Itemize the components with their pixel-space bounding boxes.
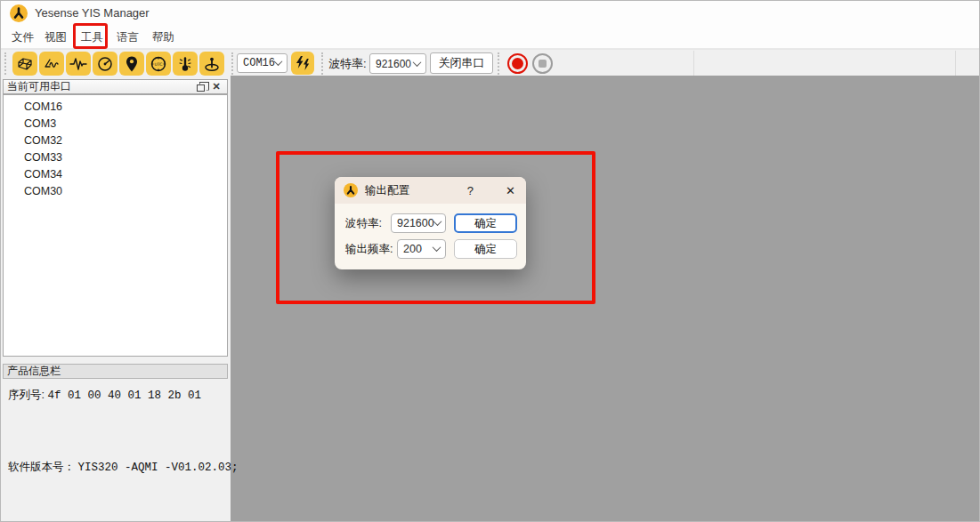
- window-title: Yesense YIS Manager: [35, 1, 150, 26]
- menu-file[interactable]: 文件: [10, 26, 36, 49]
- list-item-com3[interactable]: COM3: [4, 116, 227, 133]
- ports-panel-header: 当前可用串口 ✕: [3, 79, 228, 94]
- app-window: Yesense YIS Manager 文件 视图 工具 语言 帮助: [0, 0, 980, 522]
- lightning-refresh-icon: [295, 55, 311, 71]
- software-version-value: YIS320 -AQMI -V01.02.03;: [77, 462, 238, 474]
- output-rate-confirm-button[interactable]: 确定: [454, 239, 517, 259]
- dialog-baud-select[interactable]: 921600: [391, 213, 446, 233]
- dialog-output-rate-label: 输出频率:: [345, 239, 393, 259]
- stop-button[interactable]: [532, 53, 553, 74]
- list-item-com32[interactable]: COM32: [4, 133, 227, 149]
- toolbar-drag-handle[interactable]: [4, 52, 6, 75]
- software-version-line: 软件版本号： YIS320 -AQMI -V01.02.03;: [8, 460, 239, 475]
- attitude-curve-icon: [43, 55, 61, 73]
- gauge-icon: [96, 55, 114, 73]
- menu-language[interactable]: 语言: [115, 26, 141, 49]
- app-logo-icon: [10, 4, 28, 22]
- chevron-down-icon: [275, 60, 282, 67]
- port-select[interactable]: COM16: [237, 53, 288, 73]
- menu-view[interactable]: 视图: [43, 26, 69, 49]
- tilt-sensor-button[interactable]: [199, 52, 224, 76]
- toolbar-separator: [693, 51, 694, 76]
- ports-panel-title: 当前可用串口: [7, 79, 71, 94]
- toolbar-drag-handle[interactable]: [321, 52, 323, 75]
- float-panel-button[interactable]: [195, 81, 209, 93]
- app-logo-icon: [344, 183, 358, 197]
- dialog-help-button[interactable]: ?: [464, 184, 477, 197]
- baud-rate-row: 波特率: 921600 确定: [335, 213, 526, 233]
- gps-pin-icon: [123, 55, 141, 73]
- list-item-com34[interactable]: COM34: [4, 166, 227, 183]
- tilt-sensor-icon: [203, 55, 221, 73]
- serial-number-value: 4f 01 00 40 01 18 2b 01: [47, 389, 201, 402]
- toolbar-drag-handle[interactable]: [498, 52, 499, 75]
- list-item-com33[interactable]: COM33: [4, 149, 227, 166]
- toolbar-drag-handle[interactable]: [231, 52, 233, 75]
- thermometer-icon: [176, 55, 194, 73]
- title-bar: Yesense YIS Manager: [1, 1, 979, 26]
- utc-clock-icon: UTC: [150, 55, 167, 73]
- dialog-close-button[interactable]: ✕: [504, 184, 517, 197]
- output-rate-row: 输出频率: 200 确定: [335, 239, 526, 259]
- dialog-baud-label: 波特率:: [345, 213, 382, 233]
- menu-help[interactable]: 帮助: [150, 26, 176, 49]
- waveform-button[interactable]: [66, 52, 91, 76]
- list-item-com30[interactable]: COM30: [4, 183, 227, 200]
- port-select-value: COM16: [243, 57, 275, 69]
- cube-3d-icon: [16, 55, 34, 73]
- chevron-down-icon: [434, 220, 441, 227]
- baud-rate-label: 波特率:: [328, 50, 367, 77]
- output-config-dialog: 输出配置 ? ✕ 波特率: 921600 确定 输出频率: 200 确定: [335, 177, 526, 269]
- svg-text:UTC: UTC: [154, 62, 162, 67]
- close-panel-button[interactable]: ✕: [209, 81, 223, 93]
- chevron-down-icon: [414, 60, 421, 68]
- utc-clock-button[interactable]: UTC: [146, 52, 171, 76]
- attitude-curve-button[interactable]: [39, 52, 64, 76]
- serial-number-label: 序列号:: [8, 389, 45, 401]
- gps-button[interactable]: [119, 52, 144, 76]
- gauge-button[interactable]: [93, 52, 117, 76]
- baud-rate-select[interactable]: 921600: [369, 53, 426, 74]
- dialog-title-bar: 输出配置 ? ✕: [335, 177, 526, 204]
- float-window-icon: [197, 84, 205, 92]
- cube-3d-button[interactable]: [12, 52, 37, 76]
- dialog-output-rate-select[interactable]: 200: [397, 239, 446, 259]
- serial-number-line: 序列号: 4f 01 00 40 01 18 2b 01: [8, 388, 201, 403]
- thermometer-button[interactable]: [173, 52, 198, 76]
- info-panel-header: 产品信息栏: [3, 364, 228, 379]
- waveform-icon: [69, 55, 87, 73]
- baud-rate-value: 921600: [376, 58, 411, 70]
- menu-bar: 文件 视图 工具 语言 帮助: [1, 26, 979, 49]
- baud-confirm-button[interactable]: 确定: [454, 213, 517, 233]
- dialog-title: 输出配置: [365, 183, 409, 198]
- dialog-baud-value: 921600: [397, 217, 434, 229]
- chevron-down-icon: [433, 245, 441, 253]
- refresh-ports-button[interactable]: [291, 52, 314, 75]
- toolbar-separator: [955, 51, 956, 76]
- software-version-label: 软件版本号：: [8, 461, 75, 473]
- serial-port-list: COM16 COM3 COM32 COM33 COM34 COM30: [3, 94, 228, 357]
- menu-tools[interactable]: 工具: [79, 26, 105, 49]
- sidebar: 当前可用串口 ✕ COM16 COM3 COM32 COM33 COM34 CO…: [1, 76, 231, 522]
- toolbar: UTC COM16: [1, 49, 979, 76]
- dialog-output-rate-value: 200: [403, 243, 422, 255]
- record-button[interactable]: [507, 53, 528, 74]
- close-serial-port-button[interactable]: 关闭串口: [430, 52, 493, 74]
- close-icon: ✕: [212, 82, 220, 92]
- main-canvas: [231, 76, 980, 522]
- list-item-com16[interactable]: COM16: [4, 99, 227, 116]
